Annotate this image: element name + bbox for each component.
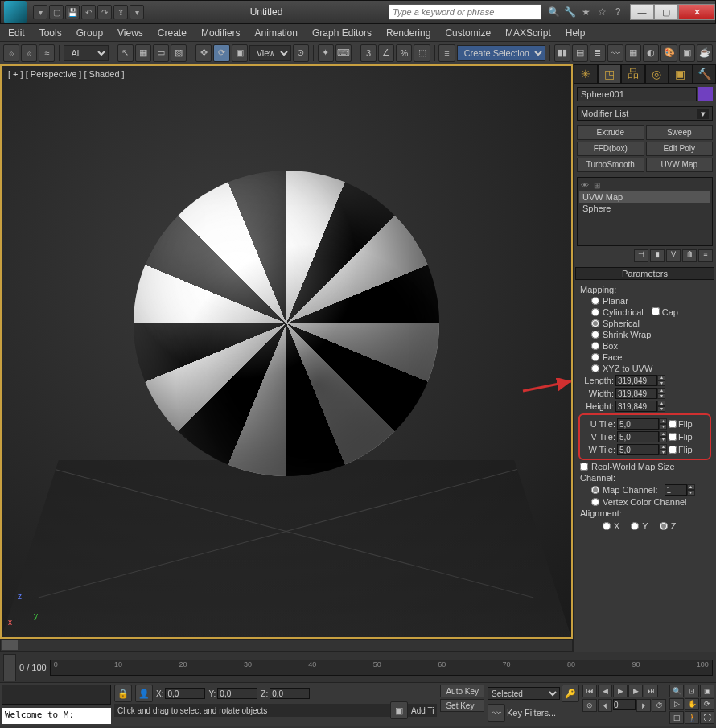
time-track[interactable]: 0102030405060708090100 xyxy=(50,660,713,676)
mapping-cylindrical[interactable]: Cylindrical Cap xyxy=(591,307,710,317)
rollout-header[interactable]: Parameters xyxy=(575,267,714,280)
menu-group[interactable]: Group xyxy=(76,27,103,39)
binoculars-icon[interactable]: 🔍 xyxy=(546,5,561,19)
time-slider[interactable] xyxy=(3,654,16,681)
unlink-icon[interactable]: ⟐ xyxy=(21,44,37,62)
layers-icon[interactable]: ≣ xyxy=(590,44,606,62)
ref-coord-system[interactable]: View xyxy=(249,45,291,61)
key-mode-select[interactable]: Selected xyxy=(488,687,560,700)
mapping-spherical[interactable]: Spherical xyxy=(591,319,710,328)
goto-start-icon[interactable]: ⏮ xyxy=(582,685,597,697)
key-inout-icon[interactable]: 〰 xyxy=(488,704,505,722)
menu-rendering[interactable]: Rendering xyxy=(386,27,430,39)
prev-frame-icon[interactable]: ◀ xyxy=(598,685,612,697)
height-input[interactable] xyxy=(615,401,657,412)
mod-ffdbox-button[interactable]: FFD(box) xyxy=(577,142,644,156)
pivot-icon[interactable]: ⊙ xyxy=(293,44,309,62)
add-time-tag-button[interactable]: Add Ti xyxy=(411,706,434,715)
tab-motion-icon[interactable]: ◎ xyxy=(645,64,669,84)
tab-modify-icon[interactable]: ◳ xyxy=(598,64,622,84)
show-end-icon[interactable]: ▮ xyxy=(650,249,665,262)
qat-link-icon[interactable]: ⇪ xyxy=(113,5,128,19)
zoom-ext-icon[interactable]: ▣ xyxy=(700,685,714,697)
configure-icon[interactable]: ≡ xyxy=(698,249,713,262)
spin-up-icon[interactable]: ▴ xyxy=(657,375,665,380)
mapping-shrinkwrap[interactable]: Shrink Wrap xyxy=(591,330,710,339)
named-selection-set[interactable]: Create Selection Se xyxy=(457,45,545,61)
menu-create[interactable]: Create xyxy=(158,27,187,39)
menu-maxscript[interactable]: MAXScript xyxy=(505,27,551,39)
curve-ed-icon[interactable]: 〰 xyxy=(607,44,623,62)
autokey-button[interactable]: Auto Key xyxy=(440,685,484,697)
selection-filter[interactable]: All xyxy=(64,45,108,61)
sphere-object[interactable] xyxy=(134,171,439,476)
rect-select-icon[interactable]: ▭ xyxy=(153,44,169,62)
isolate-icon[interactable]: ▣ xyxy=(390,701,408,719)
mod-editpoly-button[interactable]: Edit Poly xyxy=(646,142,714,156)
walk-icon[interactable]: 🚶 xyxy=(685,711,699,724)
mapping-xyz[interactable]: XYZ to UVW xyxy=(591,364,710,373)
pin-stack-icon[interactable]: ⊣ xyxy=(634,249,648,262)
maxscript-listener[interactable]: Welcome to M: xyxy=(2,708,111,724)
qat-new-icon[interactable]: ▾ xyxy=(33,5,47,19)
qat-more-icon[interactable]: ▾ xyxy=(130,5,144,19)
time-config-icon[interactable]: ⏱ xyxy=(652,699,666,712)
qat-redo-icon[interactable]: ↷ xyxy=(97,5,112,19)
zoom-region-icon[interactable]: ◰ xyxy=(669,711,684,724)
realworld-checkbox[interactable]: Real-World Map Size xyxy=(580,462,710,471)
tab-display-icon[interactable]: ▣ xyxy=(669,64,693,84)
mod-extrude-button[interactable]: Extrude xyxy=(577,125,644,140)
utile-input[interactable] xyxy=(617,418,659,430)
close-button[interactable]: ✕ xyxy=(678,4,715,20)
viewport-label[interactable]: [ + ] [ Perspective ] [ Shaded ] xyxy=(8,69,125,79)
length-input[interactable] xyxy=(615,375,657,386)
mirror-icon[interactable]: ▮▮ xyxy=(554,44,570,62)
help-icon[interactable]: ? xyxy=(611,5,625,19)
select-icon[interactable]: ↖ xyxy=(117,44,134,62)
render-frame-icon[interactable]: ▣ xyxy=(679,44,695,62)
keyboard-icon[interactable]: ⌨ xyxy=(335,44,352,62)
wtile-flip-checkbox[interactable] xyxy=(669,446,677,454)
menu-grapheditors[interactable]: Graph Editors xyxy=(312,27,372,39)
x-coord-input[interactable] xyxy=(165,688,205,699)
menu-edit[interactable]: Edit xyxy=(8,27,25,39)
goto-end-icon[interactable]: ⏭ xyxy=(644,685,658,697)
object-color-swatch[interactable] xyxy=(698,87,713,101)
help-search-input[interactable] xyxy=(389,4,541,20)
move-icon[interactable]: ✥ xyxy=(195,44,212,62)
remove-mod-icon[interactable]: 🗑 xyxy=(682,249,697,262)
mapping-planar[interactable]: Planar xyxy=(591,296,710,306)
wtile-input[interactable] xyxy=(617,444,659,455)
mapping-box[interactable]: Box xyxy=(591,341,710,351)
orbit-icon[interactable]: ⟳ xyxy=(700,698,714,711)
pin-icon[interactable]: ⊞ xyxy=(594,181,600,190)
align-x[interactable]: X xyxy=(603,521,619,531)
align-z[interactable]: Z xyxy=(660,521,677,531)
qat-open-icon[interactable]: ▢ xyxy=(49,5,64,19)
modifier-stack[interactable]: 👁⊞ UVW Map Sphere xyxy=(577,177,713,246)
max-toggle-icon[interactable]: ⛶ xyxy=(700,711,714,724)
key-mode-icon[interactable]: ⊙ xyxy=(582,699,597,712)
star-icon[interactable]: ★ xyxy=(578,5,593,19)
maximize-button[interactable]: ▢ xyxy=(654,4,678,20)
vertex-color-radio[interactable]: Vertex Color Channel xyxy=(591,497,710,507)
align-icon[interactable]: ▤ xyxy=(572,44,588,62)
setkey-button[interactable]: Set Key xyxy=(440,699,484,712)
utile-flip-checkbox[interactable] xyxy=(669,420,677,428)
key-icon[interactable]: 🔑 xyxy=(562,685,579,702)
lock-icon[interactable]: 🔒 xyxy=(114,685,132,702)
select-name-icon[interactable]: ▦ xyxy=(135,44,151,62)
minimize-button[interactable]: — xyxy=(630,4,654,20)
z-coord-input[interactable] xyxy=(270,688,310,699)
prev-key-icon[interactable]: ⏴ xyxy=(598,699,612,712)
width-input[interactable] xyxy=(615,388,657,399)
render-setup-icon[interactable]: 🎨 xyxy=(660,44,677,62)
manip-icon[interactable]: ✦ xyxy=(318,44,334,62)
snap-icon[interactable]: 3 xyxy=(360,44,377,62)
mapping-face[interactable]: Face xyxy=(591,352,710,362)
wrench-icon[interactable]: 🔧 xyxy=(562,5,577,19)
align-y[interactable]: Y xyxy=(631,521,648,531)
link-icon[interactable]: ⟐ xyxy=(3,44,19,62)
tab-create-icon[interactable]: ✳ xyxy=(574,64,598,84)
next-key-icon[interactable]: ⏵ xyxy=(636,699,651,712)
